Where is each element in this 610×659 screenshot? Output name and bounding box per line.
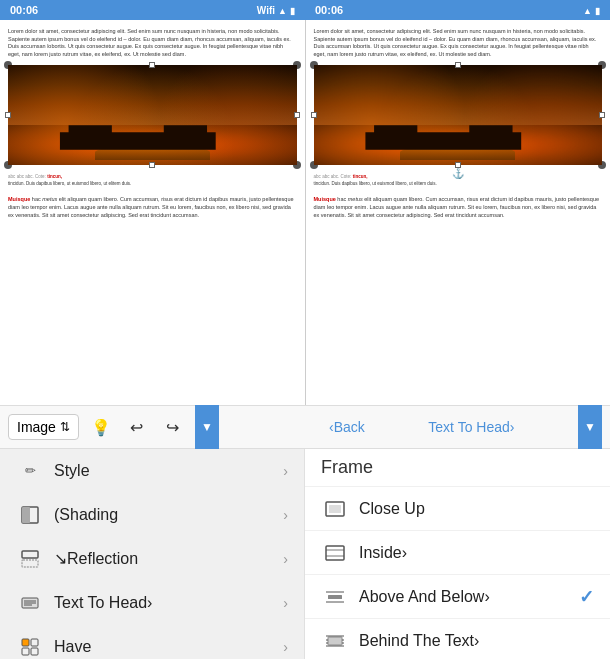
shading-label: (Shading — [54, 506, 283, 524]
wifi-icon-left — [278, 5, 287, 16]
time-right: 00:06 — [315, 4, 343, 16]
status-bar-right: 00:06 — [305, 0, 610, 20]
menu-row: ✏ Style › (Shading › ↘Reflection › — [0, 449, 610, 659]
toolbar-left: Image ⇅ 💡 ↩ ↪ ▼ — [8, 405, 313, 449]
svg-rect-17 — [329, 505, 341, 513]
closeup-icon — [321, 495, 349, 523]
lightbulb-icon: 💡 — [91, 418, 111, 437]
toolbar: Image ⇅ 💡 ↩ ↪ ▼ ‹Back Text To Head› ▼ — [0, 405, 610, 449]
menu-item-reflection[interactable]: ↘Reflection › — [0, 537, 304, 581]
panels-container: Lorem dolor sit amet, consectetur adipis… — [0, 20, 610, 405]
battery-icon-left — [290, 5, 295, 16]
svg-rect-2 — [22, 551, 38, 558]
texttohead-label: Text To Head› — [54, 594, 283, 612]
network-label-left: Wifi — [257, 5, 275, 16]
redo-icon: ↪ — [166, 418, 179, 437]
right-submenu-panel: Frame Close Up Inside› — [305, 449, 610, 659]
handle-bm-right[interactable] — [455, 162, 461, 168]
right-dropdown-icon: ▼ — [584, 420, 596, 434]
aboveandbelow-icon — [321, 583, 349, 611]
menu-item-shading[interactable]: (Shading › — [0, 493, 304, 537]
dropdown-arrow-icon: ▼ — [201, 420, 213, 434]
menu-item-behindthetext[interactable]: Behind The Text› — [305, 619, 610, 659]
undo-icon: ↩ — [130, 418, 143, 437]
reflection-icon — [16, 545, 44, 573]
svg-rect-21 — [328, 595, 342, 599]
handle-tm-right[interactable] — [455, 62, 461, 68]
forward-label: Text To Head› — [428, 419, 514, 435]
image-selector-label: Image — [17, 419, 56, 435]
right-document-panel: Lorem dolor sit amet, consectetur adipis… — [306, 20, 611, 405]
svg-rect-1 — [22, 507, 30, 523]
back-label: ‹Back — [329, 419, 365, 435]
inside-icon — [321, 539, 349, 567]
style-icon: ✏ — [16, 457, 44, 485]
left-panel-text-top: Lorem dolor sit amet, consectetur adipis… — [8, 28, 297, 59]
left-document-panel: Lorem dolor sit amet, consectetur adipis… — [0, 20, 306, 405]
have-label: Have — [54, 638, 283, 656]
right-image-wrapper[interactable]: ⚓ — [314, 65, 603, 165]
menu-item-closeup[interactable]: Close Up — [305, 487, 610, 531]
shading-icon — [16, 501, 44, 529]
wifi-icon-right — [583, 5, 592, 16]
menu-item-aboveandbelow[interactable]: Above And Below› ✓ — [305, 575, 610, 619]
svg-rect-9 — [31, 639, 38, 646]
handle-mr-left[interactable] — [294, 112, 300, 118]
menu-item-style[interactable]: ✏ Style › — [0, 449, 304, 493]
handle-ml-right[interactable] — [311, 112, 317, 118]
forward-button[interactable]: Text To Head› — [428, 419, 514, 435]
image-selector[interactable]: Image ⇅ — [8, 414, 79, 440]
status-icons-left: Wifi — [257, 5, 295, 16]
toolbar-right: ‹Back Text To Head› ▼ — [321, 405, 602, 449]
left-panel-text-caption: abc abc abc. Cote: tincun, tincidun. Dui… — [8, 173, 297, 188]
status-bars: 00:06 Wifi 00:06 — [0, 0, 610, 20]
reflection-label: ↘Reflection — [54, 549, 283, 568]
handle-mr-right[interactable] — [599, 112, 605, 118]
back-button[interactable]: ‹Back — [329, 419, 365, 435]
reflection-arrow: › — [283, 551, 288, 567]
battery-icon-right — [595, 5, 600, 16]
texttohead-icon — [16, 589, 44, 617]
behindthetext-label: Behind The Text› — [359, 632, 594, 650]
svg-rect-10 — [22, 648, 29, 655]
status-icons-right — [583, 5, 600, 16]
left-panel-text-bottom: Muisque hac metus elit aliquam quam libe… — [8, 196, 297, 219]
chevron-up-down-icon: ⇅ — [60, 420, 70, 434]
svg-rect-8 — [22, 639, 29, 646]
right-bench-image — [314, 65, 603, 165]
aboveandbelow-label: Above And Below› — [359, 588, 579, 606]
lightbulb-button[interactable]: 💡 — [87, 413, 115, 441]
right-dropdown-arrow[interactable]: ▼ — [578, 405, 602, 449]
have-arrow: › — [283, 639, 288, 655]
left-image-wrapper[interactable] — [8, 65, 297, 165]
menu-item-have[interactable]: Have › — [0, 625, 304, 659]
handle-tm-left[interactable] — [149, 62, 155, 68]
handle-ml-left[interactable] — [5, 112, 11, 118]
aboveandbelow-check: ✓ — [579, 586, 594, 608]
shading-arrow: › — [283, 507, 288, 523]
undo-button[interactable]: ↩ — [123, 413, 151, 441]
style-label: Style — [54, 462, 283, 480]
right-panel-text-bottom: Muisque hac metus elit aliquam quam libe… — [314, 196, 603, 219]
redo-button[interactable]: ↪ — [159, 413, 187, 441]
status-bar-left: 00:06 Wifi — [0, 0, 305, 20]
bench-scene-right — [314, 65, 603, 165]
time-left: 00:06 — [10, 4, 38, 16]
frame-label: Frame — [305, 449, 610, 487]
left-dropdown-arrow[interactable]: ▼ — [195, 405, 219, 449]
svg-rect-11 — [31, 648, 38, 655]
closeup-label: Close Up — [359, 500, 594, 518]
right-panel-text-top: Lorem dolor sit amet, consectetur adipis… — [314, 28, 603, 59]
menu-item-texttohead[interactable]: Text To Head› › — [0, 581, 304, 625]
svg-rect-24 — [328, 637, 342, 645]
svg-rect-3 — [22, 560, 38, 567]
left-menu-panel: ✏ Style › (Shading › ↘Reflection › — [0, 449, 305, 659]
style-arrow: › — [283, 463, 288, 479]
left-bench-image — [8, 65, 297, 165]
texttohead-arrow: › — [283, 595, 288, 611]
have-icon — [16, 633, 44, 660]
behindthetext-icon — [321, 627, 349, 655]
menu-item-inside[interactable]: Inside› — [305, 531, 610, 575]
handle-bm-left[interactable] — [149, 162, 155, 168]
anchor-icon: ⚓ — [452, 168, 464, 179]
